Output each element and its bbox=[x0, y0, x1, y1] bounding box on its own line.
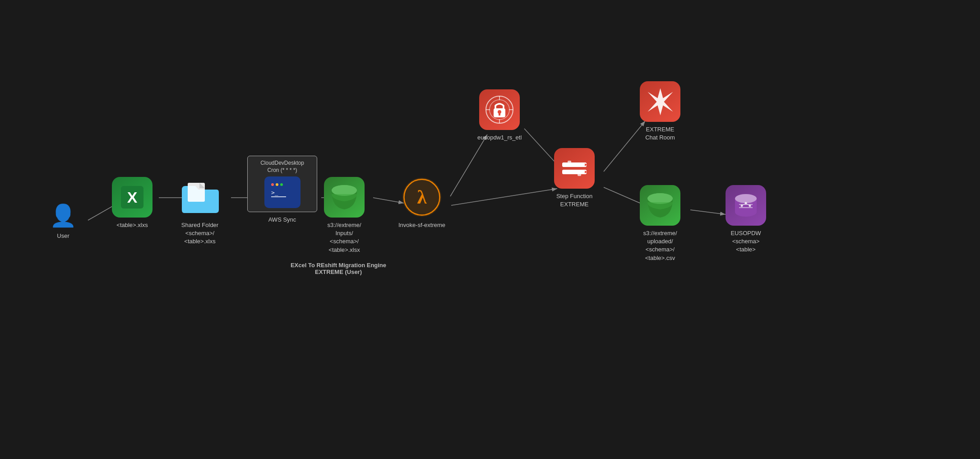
aws-sync-sublabel: CloudDevDesktopCron (* * * *) bbox=[252, 160, 312, 174]
svg-text:>_: >_ bbox=[271, 189, 278, 196]
terminal-icon: >_ bbox=[264, 176, 300, 208]
security-label: eusopdw1_rs_etl bbox=[477, 134, 522, 142]
s3-input-label: s3://extreme/ Inputs/ <schema>/ <table>.… bbox=[327, 221, 361, 254]
folder-label: Shared Folder <schema>/ <table>.xlxs bbox=[181, 221, 218, 246]
arrows-layer bbox=[0, 0, 980, 459]
aws-sync-label: AWS Sync bbox=[268, 216, 296, 224]
svg-point-18 bbox=[276, 183, 278, 186]
eusopdw-label: EUSOPDW <schema> <table> bbox=[730, 229, 761, 254]
svg-line-6 bbox=[450, 134, 487, 196]
eusopdw-node: EUSOPDW <schema> <table> bbox=[726, 185, 766, 254]
user-icon: 👤 bbox=[50, 203, 77, 228]
svg-rect-31 bbox=[499, 113, 500, 116]
excel-label: <table>.xlxs bbox=[116, 221, 148, 229]
folder-node: Shared Folder <schema>/ <table>.xlxs bbox=[180, 177, 220, 246]
excel-node: X <table>.xlxs bbox=[112, 177, 153, 229]
extreme-chat-label: EXTREMEChat Room bbox=[645, 125, 675, 142]
s3-upload-node: s3://extreme/ uploaded/ <schema>/ <table… bbox=[640, 185, 680, 262]
stepfn-label: Step FunctionEXTREME bbox=[556, 192, 592, 209]
diagram-canvas: 👤 User X <table>.xlxs Shared Folder <sch… bbox=[0, 0, 980, 459]
svg-rect-38 bbox=[568, 161, 571, 163]
lambda-icon: λ bbox=[402, 177, 442, 218]
svg-point-17 bbox=[271, 183, 274, 186]
user-node: 👤 User bbox=[50, 203, 77, 240]
svg-line-9 bbox=[604, 121, 645, 172]
lambda-node: λ Invoke-sf-extreme bbox=[398, 177, 445, 229]
svg-marker-42 bbox=[647, 88, 673, 115]
svg-line-11 bbox=[690, 210, 726, 214]
svg-text:λ: λ bbox=[417, 186, 427, 208]
aws-sync-node: CloudDevDesktopCron (* * * *) >_ AWS Syn… bbox=[247, 156, 317, 224]
extreme-chat-icon bbox=[640, 81, 680, 122]
caption-line1: EXcel To REshift Migration Engine bbox=[291, 262, 386, 269]
stepfn-icon bbox=[554, 148, 595, 189]
s3-upload-icon bbox=[640, 185, 680, 226]
s3-upload-label: s3://extreme/ uploaded/ <schema>/ <table… bbox=[643, 229, 677, 262]
svg-point-19 bbox=[280, 183, 283, 186]
excel-icon: X bbox=[112, 177, 153, 218]
s3-input-icon bbox=[324, 177, 365, 218]
security-node: eusopdw1_rs_etl bbox=[477, 89, 522, 142]
svg-rect-36 bbox=[562, 162, 587, 167]
extreme-chat-node: EXTREMEChat Room bbox=[640, 81, 680, 142]
s3-input-node: s3://extreme/ Inputs/ <schema>/ <table>.… bbox=[324, 177, 365, 254]
svg-text:X: X bbox=[127, 189, 138, 206]
svg-point-47 bbox=[735, 208, 757, 217]
svg-rect-37 bbox=[562, 170, 587, 174]
svg-line-7 bbox=[451, 189, 557, 205]
svg-line-10 bbox=[604, 187, 645, 205]
svg-rect-39 bbox=[578, 173, 581, 176]
svg-point-48 bbox=[735, 194, 757, 203]
stepfn-node: Step FunctionEXTREME bbox=[554, 148, 595, 209]
lambda-label: Invoke-sf-extreme bbox=[398, 221, 445, 229]
folder-icon bbox=[180, 177, 220, 218]
aws-sync-box: CloudDevDesktopCron (* * * *) >_ bbox=[247, 156, 317, 212]
user-label: User bbox=[57, 232, 69, 240]
security-icon bbox=[479, 89, 520, 130]
eusopdw-icon bbox=[726, 185, 766, 226]
caption: EXcel To REshift Migration Engine EXTREM… bbox=[271, 262, 406, 275]
caption-line2: EXTREME (User) bbox=[315, 269, 362, 275]
